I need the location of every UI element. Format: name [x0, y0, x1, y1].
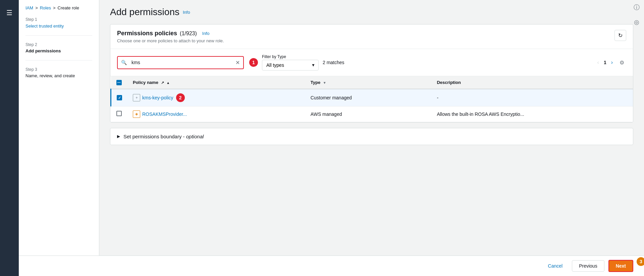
refresh-button[interactable]: ↻ [614, 30, 626, 41]
panel-info-link[interactable]: Info [202, 31, 210, 36]
top-right-icons: ⓘ ◎ [632, 3, 641, 27]
boundary-title-text: Set permissions boundary - [123, 134, 185, 139]
row2-policy-icon: ◈ [133, 110, 140, 118]
sidebar: IAM > Roles > Create role Step 1 Select … [19, 0, 99, 276]
step3-label: Step 3 [25, 67, 92, 72]
row2-policy-cell: ◈ ROSAKMSProvider... [127, 106, 305, 122]
filter-select-wrapper: All types AWS managed Customer managed J… [262, 60, 319, 71]
page-header: Add permissions Info [110, 7, 633, 17]
filter-group: Filter by Type All types AWS managed Cus… [262, 54, 319, 71]
info-circle-icon[interactable]: ⓘ [632, 3, 641, 12]
breadcrumb-roles[interactable]: Roles [40, 5, 51, 10]
search-toolbar: 🔍 ✕ 1 Filter by Type All types AWS manag… [110, 49, 633, 76]
permissions-panel: Permissions policies (1/923) Info Choose… [110, 24, 633, 123]
boundary-title-italic: optional [186, 134, 204, 139]
cancel-button[interactable]: Cancel [543, 261, 568, 271]
panel-subtitle: Choose one or more policies to attach to… [117, 38, 224, 43]
menu-icon[interactable]: ☰ [3, 5, 16, 20]
matches-text: 2 matches [323, 60, 344, 65]
table-body: ＋ kms-key-policy 2 Customer managed - [111, 89, 633, 122]
pagination-controls: ‹ 1 › ⚙ [595, 58, 626, 67]
search-clear-icon[interactable]: ✕ [232, 57, 243, 68]
boundary-header[interactable]: ▶ Set permissions boundary - optional [110, 128, 633, 145]
header-type: Type ▼ [305, 76, 432, 89]
annotation-3: 3 [637, 257, 644, 266]
step1-section: Step 1 Select trusted entity [25, 17, 92, 36]
panel-count: (1/923) [180, 31, 197, 37]
table-settings-button[interactable]: ⚙ [618, 58, 626, 67]
settings-top-icon[interactable]: ◎ [632, 17, 641, 27]
previous-button[interactable]: Previous [572, 260, 604, 272]
type-label: Type [311, 80, 320, 85]
breadcrumb: IAM > Roles > Create role [25, 5, 92, 10]
panel-header: Permissions policies (1/923) Info Choose… [110, 25, 633, 49]
next-button[interactable]: Next [608, 260, 633, 272]
step2-section: Step 2 Add permissions [25, 42, 92, 60]
table-row: ＋ kms-key-policy 2 Customer managed - [111, 89, 633, 106]
row2-checkbox-cell [111, 106, 128, 122]
next-page-button[interactable]: › [609, 58, 615, 67]
filter-type-select[interactable]: All types AWS managed Customer managed J… [262, 60, 319, 71]
sort-desc-icon[interactable]: ▼ [323, 81, 326, 85]
page-footer: Cancel Previous Next 3 [19, 256, 644, 276]
row2-checkbox[interactable] [116, 111, 122, 116]
step1-label: Step 1 [25, 17, 92, 22]
table-row: ◈ ROSAKMSProvider... AWS managed Allows … [111, 106, 633, 122]
row1-type: Customer managed [305, 89, 432, 106]
header-checkbox-cell [111, 76, 128, 89]
step2-label: Step 2 [25, 42, 92, 47]
annotation-1: 1 [249, 58, 258, 67]
boundary-panel: ▶ Set permissions boundary - optional [110, 128, 633, 145]
search-icon: 🔍 [118, 57, 130, 68]
step3-title: Name, review, and create [25, 73, 92, 78]
external-link-icon: ↗ [161, 81, 164, 85]
page-title: Add permissions [110, 7, 179, 17]
header-checkbox[interactable] [116, 80, 122, 85]
filter-label: Filter by Type [262, 54, 319, 59]
row2-type: AWS managed [305, 106, 432, 122]
nav-rail: ☰ [0, 0, 19, 276]
header-policy-name: Policy name ↗ ▲ [127, 76, 305, 89]
breadcrumb-sep1: > [35, 5, 38, 10]
row1-checkbox[interactable] [117, 95, 122, 100]
breadcrumb-iam[interactable]: IAM [25, 5, 33, 10]
breadcrumb-current: Create role [58, 5, 79, 10]
panel-title-group: Permissions policies (1/923) Info Choose… [117, 30, 224, 43]
search-input[interactable] [130, 57, 232, 68]
sort-asc-icon[interactable]: ▲ [166, 81, 170, 85]
row1-checkbox-cell [111, 89, 128, 106]
row1-policy-name-link[interactable]: kms-key-policy [142, 95, 173, 100]
main-content: Add permissions Info Permissions policie… [99, 0, 644, 276]
breadcrumb-sep2: > [53, 5, 56, 10]
panel-title: Permissions policies [117, 30, 177, 37]
row1-policy-cell: ＋ kms-key-policy 2 [127, 89, 305, 106]
step3-section: Step 3 Name, review, and create [25, 67, 92, 85]
header-description: Description [431, 76, 633, 89]
row1-description: - [431, 89, 633, 106]
step1-link[interactable]: Select trusted entity [25, 24, 64, 29]
row2-policy-name-link[interactable]: ROSAKMSProvider... [142, 111, 187, 117]
row2-description: Allows the built-in ROSA AWS Encryptio..… [431, 106, 633, 122]
row1-policy-icon: ＋ [133, 94, 140, 101]
annotation-2: 2 [176, 93, 185, 102]
page-info-link[interactable]: Info [183, 10, 190, 15]
table-header: Policy name ↗ ▲ Type ▼ Description [111, 76, 633, 89]
policy-name-label: Policy name [133, 80, 158, 85]
step2-title: Add permissions [25, 48, 92, 53]
policies-table: Policy name ↗ ▲ Type ▼ Description [110, 76, 633, 122]
page-number: 1 [604, 60, 606, 65]
prev-page-button[interactable]: ‹ [595, 58, 601, 67]
refresh-icon: ↻ [618, 32, 623, 39]
search-box: 🔍 ✕ [117, 56, 244, 69]
boundary-title: Set permissions boundary - optional [123, 134, 204, 139]
expand-icon: ▶ [117, 134, 120, 139]
